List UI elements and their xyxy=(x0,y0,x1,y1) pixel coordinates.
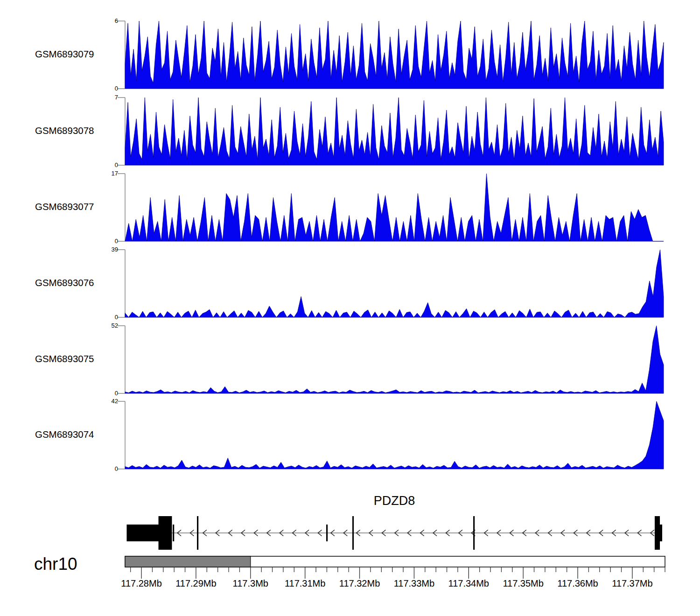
chromosome-label: chr10 xyxy=(34,554,77,574)
exon-box xyxy=(126,525,159,541)
y-axis-max-label: 17 xyxy=(91,170,118,177)
exon-box xyxy=(660,525,662,541)
coverage-area xyxy=(125,174,664,241)
y-axis-min-label: 0 xyxy=(91,238,118,245)
coverage-track xyxy=(118,174,664,241)
y-axis-max-label: 42 xyxy=(91,398,118,405)
y-axis-max-label: 6 xyxy=(91,17,118,24)
axis-tick-label: 117.37Mb xyxy=(600,578,665,589)
genome-browser-figure: GSM6893079 GSM6893078 GSM6893077 GSM6893… xyxy=(0,0,700,616)
graphics-canvas xyxy=(0,0,700,616)
coverage-area xyxy=(125,250,664,317)
coverage-area xyxy=(125,21,664,89)
exon-box xyxy=(173,525,174,541)
y-axis-min-label: 0 xyxy=(91,390,118,397)
exon-box xyxy=(159,516,172,550)
track-label: GSM6893074 xyxy=(35,429,94,440)
exon-box xyxy=(655,516,660,550)
coverage-area xyxy=(125,401,664,469)
coverage-area xyxy=(125,326,664,393)
exon-box xyxy=(197,516,198,550)
y-axis-max-label: 39 xyxy=(91,246,118,253)
track-label: GSM6893077 xyxy=(35,201,94,212)
track-label: GSM6893075 xyxy=(35,353,94,364)
exon-box xyxy=(473,516,475,550)
y-axis-min-label: 0 xyxy=(91,85,118,92)
coverage-track xyxy=(118,98,664,165)
coverage-track xyxy=(118,250,664,317)
y-axis-min-label: 0 xyxy=(91,314,118,321)
coverage-area xyxy=(125,98,664,165)
exon-box xyxy=(352,516,354,550)
track-label: GSM6893078 xyxy=(35,125,94,136)
y-axis-max-label: 7 xyxy=(91,94,118,101)
gene-model-track xyxy=(126,516,662,550)
exon-box xyxy=(326,525,328,541)
highlight-region xyxy=(125,556,251,567)
coverage-track xyxy=(118,401,664,469)
y-axis-max-label: 52 xyxy=(91,322,118,329)
track-label: GSM6893079 xyxy=(35,49,94,60)
coverage-track xyxy=(118,326,664,393)
gene-name-label: PDZD8 xyxy=(343,494,446,508)
y-axis-min-label: 0 xyxy=(91,465,118,472)
y-axis-min-label: 0 xyxy=(91,161,118,168)
chromosome-axis xyxy=(125,556,665,579)
track-label: GSM6893076 xyxy=(35,277,94,288)
coverage-track xyxy=(118,21,664,89)
